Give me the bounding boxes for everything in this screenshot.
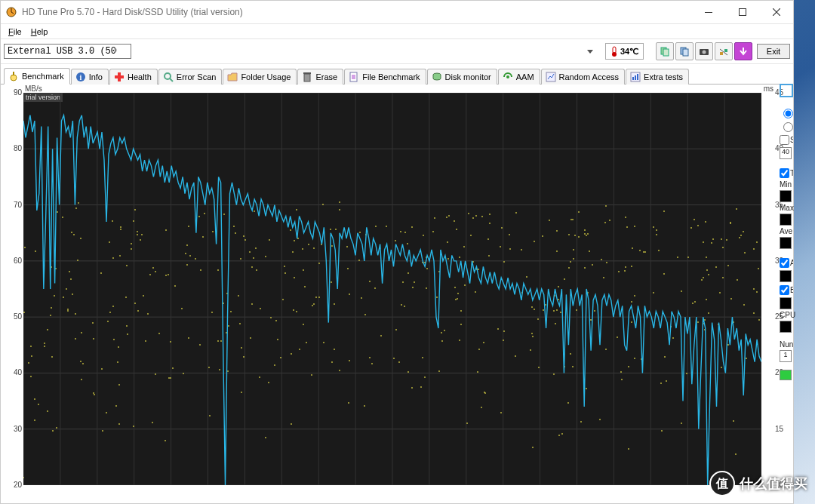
svg-point-111: [656, 234, 657, 235]
svg-point-320: [531, 333, 533, 334]
svg-point-179: [66, 288, 67, 290]
svg-point-152: [204, 213, 205, 214]
svg-point-333: [349, 360, 350, 361]
svg-point-380: [274, 364, 275, 366]
svg-point-450: [444, 330, 445, 331]
svg-point-324: [395, 329, 397, 330]
svg-rect-21: [303, 72, 311, 74]
svg-point-180: [509, 248, 511, 250]
toolbar-screenshot-button[interactable]: [695, 42, 713, 60]
check-t[interactable]: [780, 168, 789, 178]
svg-point-184: [137, 231, 138, 232]
tab-benchmark[interactable]: Benchmark: [4, 68, 70, 85]
svg-point-422: [230, 311, 232, 312]
svg-point-243: [165, 275, 167, 276]
svg-point-175: [719, 292, 721, 293]
svg-point-507: [542, 235, 543, 237]
app-window: HD Tune Pro 5.70 - Hard Disk/SSD Utility…: [0, 0, 794, 504]
tab-aam[interactable]: AAM: [498, 69, 540, 85]
svg-point-475: [149, 274, 151, 275]
tab-erase[interactable]: Erase: [297, 69, 343, 85]
watermark-text: 什么值得买: [740, 475, 807, 493]
svg-point-225: [706, 299, 707, 300]
toolbar-settings-button[interactable]: [715, 42, 733, 60]
drive-select[interactable]: [4, 44, 131, 59]
tab-health[interactable]: Health: [109, 69, 158, 85]
svg-point-436: [239, 323, 241, 324]
window-title: HD Tune Pro 5.70 - Hard Disk/SSD Utility…: [22, 7, 691, 17]
svg-point-237: [509, 234, 510, 235]
svg-point-500: [555, 323, 556, 324]
svg-point-97: [371, 363, 373, 364]
svg-point-105: [543, 309, 544, 311]
exit-button[interactable]: Exit: [757, 44, 790, 59]
menu-help[interactable]: Help: [26, 26, 53, 38]
svg-point-214: [364, 405, 365, 407]
radio-write[interactable]: [783, 122, 793, 132]
svg-point-146: [112, 306, 114, 307]
menu-file[interactable]: File: [4, 26, 26, 38]
tab-diskmon[interactable]: Disk monitor: [427, 69, 497, 85]
radio-read[interactable]: [783, 109, 793, 118]
maximize-button[interactable]: [725, 2, 759, 23]
svg-point-299: [255, 247, 257, 249]
svg-point-109: [672, 337, 674, 339]
min-swatch: [780, 190, 792, 202]
svg-point-126: [631, 266, 632, 267]
svg-point-365: [118, 384, 120, 386]
svg-point-322: [77, 260, 78, 261]
svg-point-404: [386, 226, 387, 227]
toolbar-copy-screenshot-button[interactable]: [675, 42, 694, 60]
check-b[interactable]: [780, 285, 789, 295]
check-s[interactable]: [780, 135, 789, 145]
svg-point-339: [470, 235, 472, 236]
svg-point-441: [414, 281, 415, 283]
svg-rect-6: [663, 49, 669, 56]
toolbar-run-button[interactable]: [734, 42, 752, 60]
svg-point-443: [561, 433, 563, 435]
svg-point-289: [468, 213, 469, 214]
svg-point-303: [457, 293, 459, 294]
tab-filebench[interactable]: File Benchmark: [344, 69, 426, 85]
svg-point-459: [617, 337, 618, 338]
tab-random[interactable]: Random Access: [541, 69, 625, 85]
svg-point-253: [186, 264, 188, 266]
svg-point-128: [532, 447, 534, 448]
svg-point-329: [348, 402, 349, 404]
svg-point-76: [118, 346, 119, 348]
svg-point-301: [112, 220, 113, 222]
svg-point-494: [294, 240, 295, 241]
tab-extra[interactable]: Extra tests: [626, 69, 689, 85]
svg-point-357: [145, 340, 146, 342]
tab-info[interactable]: iInfo: [71, 69, 109, 85]
ave-label: Ave: [780, 227, 793, 235]
svg-point-167: [125, 297, 127, 298]
toolbar-copy-info-button[interactable]: [656, 42, 674, 60]
svg-point-81: [126, 265, 128, 266]
svg-point-255: [220, 340, 222, 342]
start-button[interactable]: [780, 370, 792, 380]
svg-point-373: [708, 312, 709, 314]
short-value[interactable]: 40: [780, 147, 792, 159]
svg-point-185: [558, 435, 560, 436]
svg-point-506: [30, 376, 32, 377]
num-value[interactable]: 1: [780, 350, 792, 362]
svg-point-498: [188, 337, 189, 339]
check-a[interactable]: [780, 258, 789, 268]
svg-point-445: [694, 301, 696, 303]
svg-rect-18: [115, 75, 124, 78]
svg-point-10: [703, 51, 706, 54]
svg-point-387: [208, 367, 210, 368]
tab-folder[interactable]: Folder Usage: [223, 69, 297, 85]
svg-point-248: [578, 211, 580, 213]
svg-point-226: [147, 313, 149, 315]
svg-point-129: [158, 333, 160, 334]
close-button[interactable]: [759, 2, 793, 23]
svg-point-160: [51, 356, 53, 358]
minimize-button[interactable]: [691, 2, 725, 23]
svg-rect-2: [739, 9, 746, 16]
svg-point-61: [101, 368, 103, 370]
svg-point-117: [117, 361, 118, 363]
tab-errorscan[interactable]: Error Scan: [158, 69, 223, 85]
svg-point-182: [100, 272, 102, 274]
